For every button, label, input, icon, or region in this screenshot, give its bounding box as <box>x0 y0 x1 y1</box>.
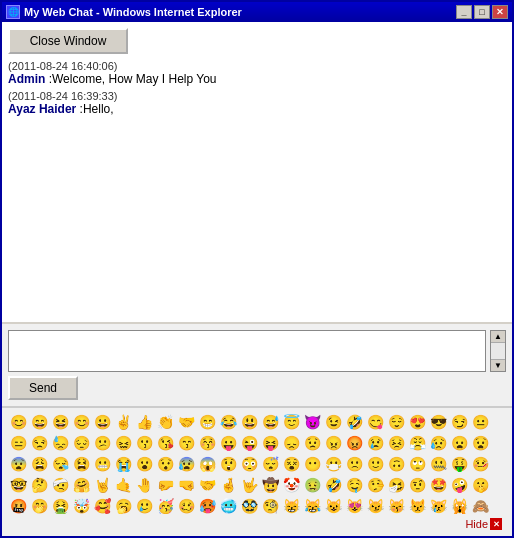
emoji-item[interactable]: 🙈 <box>470 496 490 516</box>
emoji-item[interactable]: 😶 <box>302 454 322 474</box>
maximize-button[interactable]: □ <box>474 5 490 19</box>
emoji-item[interactable]: 😽 <box>386 496 406 516</box>
hide-emoji-link[interactable]: Hide✕ <box>465 518 502 530</box>
emoji-item[interactable]: 👍 <box>134 412 154 432</box>
emoji-item[interactable]: 😟 <box>302 433 322 453</box>
emoji-item[interactable]: 🤗 <box>71 475 91 495</box>
emoji-item[interactable]: 😥 <box>428 433 448 453</box>
emoji-item[interactable]: 😮 <box>134 454 154 474</box>
emoji-item[interactable]: 😤 <box>407 433 427 453</box>
emoji-item[interactable]: 😳 <box>239 454 259 474</box>
emoji-item[interactable]: 😾 <box>407 496 427 516</box>
emoji-item[interactable]: 😨 <box>8 454 28 474</box>
emoji-item[interactable]: 😃 <box>239 412 259 432</box>
emoji-item[interactable]: 😫 <box>71 454 91 474</box>
close-window-button[interactable]: Close Window <box>8 28 128 54</box>
emoji-item[interactable]: 😞 <box>281 433 301 453</box>
emoji-item[interactable]: 😘 <box>155 433 175 453</box>
emoji-item[interactable]: 😉 <box>323 412 343 432</box>
emoji-item[interactable]: 🤡 <box>281 475 301 495</box>
emoji-item[interactable]: 😹 <box>302 496 322 516</box>
emoji-item[interactable]: 😱 <box>197 454 217 474</box>
emoji-item[interactable]: 🤣 <box>344 412 364 432</box>
emoji-item[interactable]: 😈 <box>302 412 322 432</box>
emoji-item[interactable]: 😪 <box>50 454 70 474</box>
emoji-item[interactable]: 😀 <box>92 412 112 432</box>
emoji-item[interactable]: 😅 <box>260 412 280 432</box>
emoji-item[interactable]: 🤢 <box>302 475 322 495</box>
emoji-item[interactable]: 🥰 <box>92 496 112 516</box>
emoji-item[interactable]: 🥴 <box>176 496 196 516</box>
emoji-item[interactable]: 🧐 <box>260 496 280 516</box>
emoji-item[interactable]: 😡 <box>344 433 364 453</box>
emoji-item[interactable]: 😩 <box>29 454 49 474</box>
emoji-item[interactable]: 😄 <box>29 412 49 432</box>
emoji-item[interactable]: 😝 <box>260 433 280 453</box>
emoji-item[interactable]: 🤙 <box>113 475 133 495</box>
emoji-item[interactable]: 🤟 <box>239 475 259 495</box>
emoji-item[interactable]: 😆 <box>50 412 70 432</box>
emoji-item[interactable]: 😢 <box>365 433 385 453</box>
emoji-item[interactable]: 😯 <box>155 454 175 474</box>
emoji-item[interactable]: 😣 <box>386 433 406 453</box>
emoji-item[interactable]: 😜 <box>239 433 259 453</box>
emoji-item[interactable]: 🤪 <box>449 475 469 495</box>
emoji-item[interactable]: 🤣 <box>323 475 343 495</box>
emoji-item[interactable]: 😌 <box>386 412 406 432</box>
emoji-item[interactable]: 🤝 <box>197 475 217 495</box>
emoji-item[interactable]: 😇 <box>281 412 301 432</box>
emoji-item[interactable]: 😴 <box>260 454 280 474</box>
emoji-item[interactable]: 😏 <box>449 412 469 432</box>
emoji-item[interactable]: 😖 <box>113 433 133 453</box>
emoji-item[interactable]: 🤔 <box>29 475 49 495</box>
emoji-item[interactable]: 🤤 <box>344 475 364 495</box>
emoji-item[interactable]: 😓 <box>50 433 70 453</box>
window-close-button[interactable]: ✕ <box>492 5 508 19</box>
emoji-item[interactable]: 😭 <box>113 454 133 474</box>
emoji-item[interactable]: 🥶 <box>218 496 238 516</box>
emoji-item[interactable]: 😒 <box>29 433 49 453</box>
minimize-button[interactable]: _ <box>456 5 472 19</box>
emoji-item[interactable]: 🙃 <box>386 454 406 474</box>
emoji-item[interactable]: 🤫 <box>470 475 490 495</box>
emoji-item[interactable]: 🤞 <box>218 475 238 495</box>
emoji-item[interactable]: 😗 <box>134 433 154 453</box>
emoji-item[interactable]: 👏 <box>155 412 175 432</box>
emoji-item[interactable]: 😻 <box>344 496 364 516</box>
emoji-item[interactable]: 🙀 <box>449 496 469 516</box>
emoji-item[interactable]: 🤑 <box>449 454 469 474</box>
emoji-item[interactable]: 🤥 <box>365 475 385 495</box>
emoji-item[interactable]: 🤮 <box>50 496 70 516</box>
emoji-item[interactable]: 🤯 <box>71 496 91 516</box>
emoji-item[interactable]: 🥵 <box>197 496 217 516</box>
emoji-item[interactable]: 🤛 <box>155 475 175 495</box>
emoji-item[interactable]: 🤧 <box>386 475 406 495</box>
message-input[interactable] <box>8 330 486 372</box>
emoji-item[interactable]: 🤘 <box>92 475 112 495</box>
emoji-item[interactable]: 😲 <box>218 454 238 474</box>
emoji-item[interactable]: 😎 <box>428 412 448 432</box>
emoji-item[interactable]: 😦 <box>449 433 469 453</box>
emoji-item[interactable]: 😁 <box>197 412 217 432</box>
emoji-item[interactable]: 🤝 <box>176 412 196 432</box>
emoji-item[interactable]: 🤨 <box>407 475 427 495</box>
emoji-item[interactable]: 🤠 <box>260 475 280 495</box>
textarea-scroll-down[interactable]: ▼ <box>491 359 505 371</box>
emoji-item[interactable]: 🤐 <box>428 454 448 474</box>
emoji-item[interactable]: 😙 <box>176 433 196 453</box>
emoji-item[interactable]: 🙁 <box>344 454 364 474</box>
emoji-item[interactable]: 🤚 <box>134 475 154 495</box>
emoji-item[interactable]: 🙂 <box>365 454 385 474</box>
emoji-item[interactable]: 🤜 <box>176 475 196 495</box>
emoji-item[interactable]: 🤩 <box>428 475 448 495</box>
emoji-item[interactable]: ✌️ <box>113 412 133 432</box>
emoji-item[interactable]: 😍 <box>407 412 427 432</box>
emoji-item[interactable]: 😬 <box>92 454 112 474</box>
emoji-item[interactable]: 😸 <box>281 496 301 516</box>
emoji-item[interactable]: 🤭 <box>29 496 49 516</box>
emoji-item[interactable]: 😋 <box>365 412 385 432</box>
emoji-item[interactable]: 😊 <box>71 412 91 432</box>
emoji-item[interactable]: 😕 <box>92 433 112 453</box>
emoji-item[interactable]: 🤓 <box>8 475 28 495</box>
emoji-item[interactable]: 😧 <box>470 433 490 453</box>
